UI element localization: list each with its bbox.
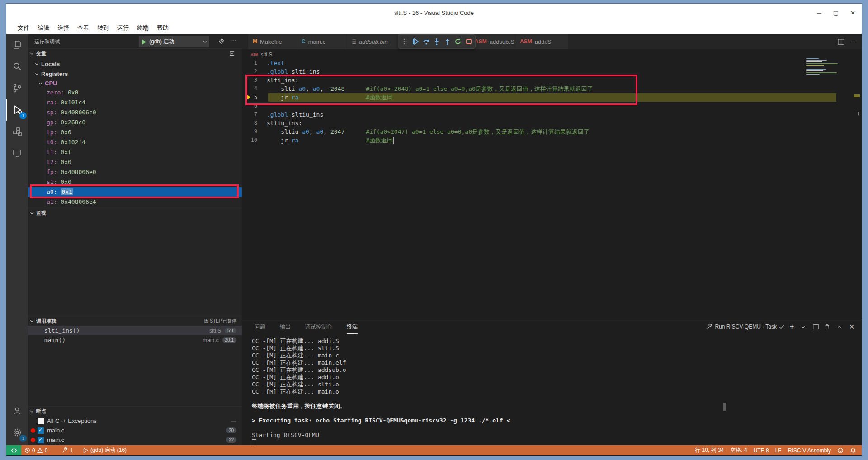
encoding-indicator[interactable]: UTF-8 [750, 445, 772, 455]
notifications-button[interactable] [847, 445, 862, 455]
stack-frame-row[interactable]: main() main.c 20:1 [28, 335, 242, 345]
minimize-button[interactable]: ─ [817, 9, 821, 16]
section-call-stack[interactable]: 调用堆栈 因 STEP 已暂停 [28, 316, 242, 326]
step-into-button[interactable] [433, 38, 441, 46]
register-row[interactable]: t1: 0xf [28, 147, 242, 157]
register-row[interactable]: a0: 0x1 [28, 187, 242, 197]
close-button[interactable]: ✕ [850, 9, 855, 16]
debug-session-indicator[interactable]: (gdb) 启动 (16) [80, 445, 130, 455]
tab-addi-s[interactable]: ASMaddi.S [515, 34, 568, 49]
breakpoint-checkbox[interactable] [38, 437, 44, 443]
menu-item[interactable]: 终端 [133, 23, 153, 33]
indentation-indicator[interactable]: 空格: 4 [727, 445, 750, 455]
register-row[interactable]: s1: 0x0 [28, 177, 242, 187]
sidebar-item-search[interactable] [6, 56, 28, 77]
language-mode[interactable]: RISC-V Assembly [785, 445, 834, 455]
breakpoint-row[interactable]: All C++ Exceptions [28, 416, 242, 426]
split-terminal-button[interactable] [813, 324, 819, 330]
kill-terminal-button[interactable] [824, 324, 830, 330]
code-line[interactable]: 3slti_ins: [242, 76, 862, 84]
tab-addsub-bin[interactable]: ≣addsub.bin [347, 34, 399, 49]
terminal-scrollbar-thumb[interactable] [723, 403, 726, 411]
code-area[interactable]: 1.text 2.globl slti_ins 3slti_ins: 4 slt… [242, 59, 862, 145]
panel-tab[interactable]: 调试控制台 [305, 319, 332, 334]
code-line-current[interactable]: 5 jr ra #函数返回 [242, 93, 862, 102]
code-line[interactable]: 9 sltiu a0, a0, 2047 #if(a0<2047) a0=1 e… [242, 127, 862, 136]
collapse-all-icon[interactable] [229, 51, 236, 57]
sidebar-item-source-control[interactable] [6, 77, 28, 99]
code-line[interactable]: 2.globl slti_ins [242, 67, 862, 76]
stack-frame-row[interactable]: slti_ins() slti.S 5:1 [28, 326, 242, 335]
launch-config-dropdown[interactable]: (gdb) 启动 [139, 36, 209, 47]
drag-handle-icon[interactable] [401, 38, 409, 46]
breakpoint-checkbox[interactable] [38, 427, 44, 434]
sidebar-item-explorer[interactable] [6, 34, 28, 56]
sidebar-item-remote-explorer[interactable] [6, 142, 28, 164]
step-out-button[interactable] [443, 38, 452, 46]
account-button[interactable] [6, 400, 28, 422]
tab-makefile[interactable]: MMakefile [248, 34, 297, 49]
terminal-output[interactable]: CC -[M] 正在构建... addi.SCC -[M] 正在构建... sl… [252, 338, 853, 446]
section-breakpoints[interactable]: 断点 [28, 406, 242, 416]
task-selector[interactable]: Run RISCV-QEMU - Task [706, 324, 784, 330]
debug-settings-gear-icon[interactable] [218, 38, 225, 45]
panel-tab[interactable]: 问题 [255, 319, 265, 334]
menu-item[interactable]: 选择 [53, 23, 73, 33]
sidebar-item-extensions[interactable] [6, 121, 28, 142]
maximize-button[interactable]: ▢ [833, 9, 839, 16]
chevron-up-icon[interactable] [838, 325, 841, 329]
code-line[interactable]: 1.text [242, 59, 862, 67]
register-row[interactable]: gp: 0x268c0 [28, 117, 242, 127]
panel-tab[interactable]: 终端 [347, 319, 358, 334]
more-actions-icon[interactable]: ⋯ [230, 37, 236, 43]
continue-button[interactable] [411, 38, 420, 46]
eol-indicator[interactable]: LF [772, 445, 785, 455]
panel-tab[interactable]: 输出 [280, 319, 291, 334]
cursor-position[interactable]: 行 10, 列 34 [692, 445, 727, 455]
register-row[interactable]: tp: 0x0 [28, 127, 242, 137]
section-watch[interactable]: 监视 [28, 208, 242, 218]
breakpoint-row[interactable]: main.c 22 [28, 435, 242, 445]
menu-item[interactable]: 转到 [93, 23, 113, 33]
step-over-button[interactable] [422, 38, 430, 46]
sidebar-item-run-and-debug[interactable]: 1 [6, 99, 28, 121]
menu-item[interactable]: 编辑 [33, 23, 53, 33]
menu-item[interactable]: 查看 [73, 23, 93, 33]
breakpoint-row[interactable]: main.c 20 [28, 426, 242, 435]
remote-indicator[interactable] [6, 445, 21, 455]
tools-indicator[interactable]: 1 [59, 445, 76, 455]
feedback-button[interactable] [834, 445, 847, 455]
tree-item-registers[interactable]: Registers [28, 69, 242, 79]
restart-button[interactable] [454, 38, 462, 46]
tab-main-c[interactable]: Cmain.c [297, 34, 347, 49]
tree-item-cpu[interactable]: CPU [28, 78, 242, 88]
more-actions-icon[interactable]: ⋯ [850, 38, 857, 46]
code-line[interactable]: 10 jr ra #函数返回 [242, 136, 862, 145]
register-row[interactable]: t0: 0x102f4 [28, 137, 242, 147]
register-row[interactable]: sp: 0x408006c0 [28, 108, 242, 117]
register-row[interactable]: ra: 0x101c4 [28, 98, 242, 108]
new-terminal-button[interactable]: + [790, 323, 794, 331]
problems-indicator[interactable]: 0 0 [21, 445, 51, 455]
split-editor-icon[interactable] [838, 38, 844, 45]
menu-item[interactable]: 帮助 [153, 23, 173, 33]
tab-addsub-s[interactable]: ASMaddsub.S [470, 34, 515, 49]
stop-button[interactable] [465, 38, 473, 46]
register-row[interactable]: zero: 0x0 [28, 88, 242, 98]
tree-item-locals[interactable]: Locals [28, 59, 242, 69]
settings-button[interactable]: 1 [6, 422, 28, 443]
close-panel-icon[interactable]: ✕ [849, 323, 854, 330]
chevron-down-icon[interactable] [802, 324, 805, 328]
code-line[interactable]: 8sltiu_ins: [242, 119, 862, 127]
menu-item[interactable]: 运行 [113, 23, 133, 33]
register-row[interactable]: a1: 0x408006e4 [28, 197, 242, 207]
code-line[interactable]: 6 [242, 102, 862, 110]
breadcrumb[interactable]: ASM slti.S [242, 49, 862, 60]
breakpoint-checkbox[interactable] [38, 418, 44, 424]
register-row[interactable]: fp: 0x408006e0 [28, 167, 242, 177]
menu-item[interactable]: 文件 [14, 23, 33, 33]
register-row[interactable]: t2: 0x0 [28, 157, 242, 167]
code-line[interactable]: 4 slti a0, a0, -2048 #if(a0<-2048) a0=1 … [242, 84, 862, 93]
code-line[interactable]: 7.globl sltiu_ins [242, 110, 862, 119]
section-variables[interactable]: 变量 [28, 48, 242, 58]
